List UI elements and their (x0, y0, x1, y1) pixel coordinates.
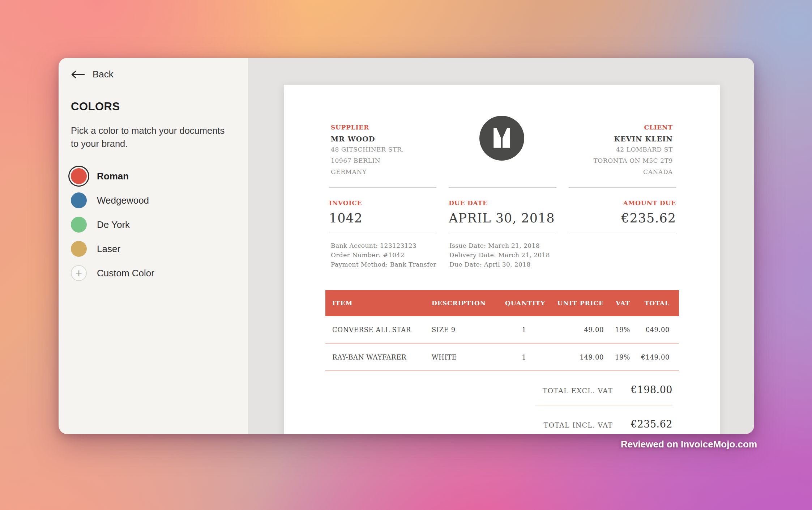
supplier-block: SUPPLIER MR WOOD 48 GITSCHINER STR. 1096… (331, 124, 479, 177)
client-block: CLIENT KEVIN KLEIN 42 LOMBARD ST TORONTA… (524, 124, 673, 177)
due-date-label: DUE DATE (449, 199, 556, 207)
total-cell: €49.00 (630, 326, 670, 333)
client-name: KEVIN KLEIN (524, 135, 673, 143)
total-excl-vat-row: TOTAL EXCL. VAT €198.00 (535, 371, 672, 405)
laser-swatch-icon[interactable] (71, 241, 87, 257)
total-incl-vat-row: TOTAL INCL. VAT €235.62 (535, 405, 672, 434)
order-number-line: Order Number: #1042 (331, 250, 449, 260)
invoice-document: SUPPLIER MR WOOD 48 GITSCHINER STR. 1096… (284, 85, 720, 434)
description-cell: SIZE 9 (432, 326, 505, 333)
vat-cell: 19% (604, 326, 630, 333)
color-option-label: Laser (97, 243, 120, 255)
col-header-vat: VAT (604, 299, 630, 307)
table-row: CONVERSE ALL STAR SIZE 9 1 49.00 19% €49… (325, 316, 679, 344)
client-label: CLIENT (524, 124, 673, 131)
back-label: Back (93, 69, 114, 80)
quantity-cell: 1 (505, 326, 543, 333)
invoice-preview-backdrop: SUPPLIER MR WOOD 48 GITSCHINER STR. 1096… (248, 58, 754, 434)
col-header-total: TOTAL (630, 299, 670, 307)
delivery-date-line: Delivery Date: March 21, 2018 (449, 250, 673, 260)
back-button[interactable]: Back (71, 69, 125, 80)
supplier-address-line: 10967 BERLIN (331, 156, 479, 165)
amount-due-label: AMOUNT DUE (569, 199, 676, 207)
invoice-number-card: INVOICE 1042 (329, 187, 436, 232)
quantity-cell: 1 (505, 353, 543, 361)
client-address-line: TORONTA ON M5C 2T9 (524, 156, 673, 165)
color-option-laser[interactable]: Laser (71, 239, 233, 258)
supplier-label: SUPPLIER (331, 124, 479, 131)
totals-block: TOTAL EXCL. VAT €198.00 TOTAL INCL. VAT … (535, 371, 672, 434)
total-excl-vat-value: €198.00 (624, 384, 672, 395)
add-custom-color-icon[interactable]: + (71, 265, 87, 281)
total-incl-vat-label: TOTAL INCL. VAT (544, 421, 613, 429)
unit-price-cell: 49.00 (543, 326, 604, 333)
payment-method-line: Payment Method: Bank Transfer (331, 260, 449, 269)
supplier-name: MR WOOD (331, 135, 479, 143)
color-option-label: Wedgewood (97, 195, 149, 206)
unit-price-cell: 149.00 (543, 353, 604, 361)
wedgewood-swatch-icon[interactable] (71, 192, 87, 208)
supplier-address-line: 48 GITSCHINER STR. (331, 145, 479, 154)
color-option-roman[interactable]: Roman (71, 167, 233, 186)
color-option-label: Roman (97, 171, 129, 182)
item-cell: RAY-BAN WAYFARER (332, 353, 432, 361)
invoice-header: SUPPLIER MR WOOD 48 GITSCHINER STR. 1096… (284, 85, 720, 177)
table-header-row: ITEM DESCRIPTION QUANTITY UNIT PRICE VAT… (325, 290, 679, 316)
roman-swatch-icon[interactable] (71, 168, 87, 184)
col-header-description: DESCRIPTION (432, 299, 505, 307)
color-option-wedgewood[interactable]: Wedgewood (71, 191, 233, 210)
invoice-number-value: 1042 (329, 210, 436, 226)
page-title: COLORS (71, 100, 233, 113)
bank-account-line: Bank Account: 123123123 (331, 241, 449, 250)
amount-due-value: €235.62 (569, 210, 676, 226)
colors-sidebar: Back COLORS Pick a color to match your d… (59, 58, 248, 434)
watermark-text: Reviewed on InvoiceMojo.com (621, 439, 757, 450)
issue-date-line: Issue Date: March 21, 2018 (449, 241, 673, 250)
col-header-quantity: QUANTITY (505, 299, 543, 307)
description-cell: WHITE (432, 353, 505, 361)
invoice-number-label: INVOICE (329, 199, 436, 207)
total-incl-vat-value: €235.62 (624, 418, 672, 430)
table-row: RAY-BAN WAYFARER WHITE 1 149.00 19% €149… (325, 344, 679, 371)
total-excl-vat-label: TOTAL EXCL. VAT (543, 387, 613, 395)
invoice-summary-cards: INVOICE 1042 DUE DATE APRIL 30, 2018 AMO… (329, 187, 676, 232)
app-window: Back COLORS Pick a color to match your d… (59, 58, 754, 434)
vat-cell: 19% (604, 353, 630, 361)
color-option-label: De York (97, 219, 130, 230)
amount-due-card: AMOUNT DUE €235.62 (569, 187, 676, 232)
color-option-label: Custom Color (97, 268, 154, 279)
total-cell: €149.00 (630, 353, 670, 361)
client-address-line: 42 LOMBARD ST (524, 145, 673, 154)
client-address-line: CANADA (524, 167, 673, 177)
col-header-unit-price: UNIT PRICE (543, 299, 604, 307)
color-list: Roman Wedgewood De York Laser + Custom C… (71, 167, 233, 282)
page-description: Pick a color to match your documents to … (71, 124, 230, 150)
color-option-custom[interactable]: + Custom Color (71, 264, 233, 282)
back-arrow-icon (71, 70, 85, 79)
date-details: Issue Date: March 21, 2018 Delivery Date… (449, 241, 673, 269)
item-cell: CONVERSE ALL STAR (332, 326, 432, 333)
col-header-item: ITEM (332, 299, 432, 307)
supplier-address-line: GERMANY (331, 167, 479, 177)
due-date-card: DUE DATE APRIL 30, 2018 (449, 187, 556, 232)
color-option-de-york[interactable]: De York (71, 215, 233, 234)
payment-details: Bank Account: 123123123 Order Number: #1… (331, 241, 449, 269)
company-logo-icon (479, 116, 524, 177)
de-york-swatch-icon[interactable] (71, 217, 87, 233)
due-date-value: APRIL 30, 2018 (449, 210, 556, 226)
invoice-meta: Bank Account: 123123123 Order Number: #1… (331, 241, 673, 269)
due-date-line: Due Date: April 30, 2018 (449, 260, 673, 269)
line-items-table: ITEM DESCRIPTION QUANTITY UNIT PRICE VAT… (325, 290, 679, 434)
